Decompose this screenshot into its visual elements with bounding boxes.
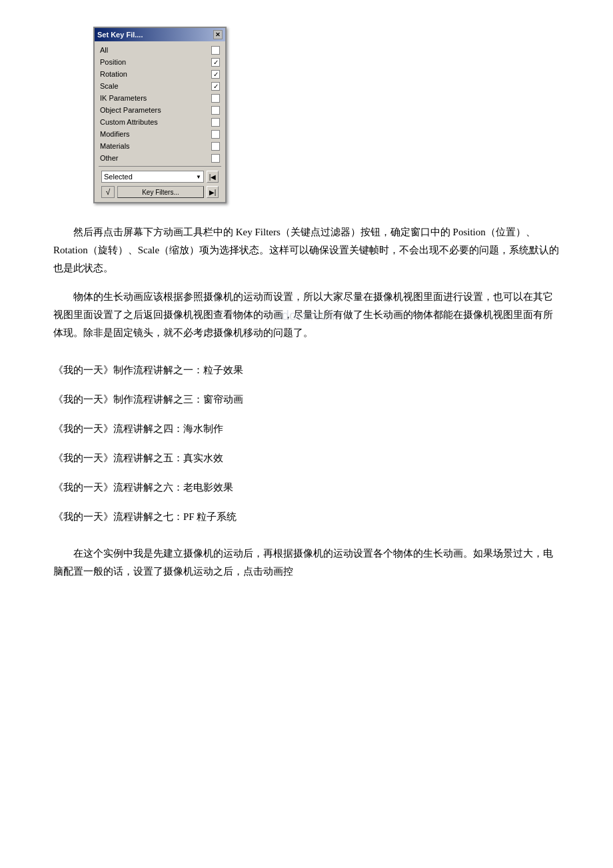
list-item: 《我的一天》流程讲解之四：海水制作 (53, 414, 560, 443)
sqrt-button[interactable]: √ (101, 186, 115, 198)
dialog-title: Set Key Fil.... (97, 31, 143, 39)
dropdown-arrow-icon: ▼ (196, 174, 201, 180)
dialog-row-rotation: Rotation (99, 68, 221, 80)
list-item: 《我的一天》流程讲解之七：PF 粒子系统 (53, 502, 560, 531)
dialog-row-ik: IK Parameters (99, 92, 221, 104)
dialog-row-other: Other (99, 152, 221, 164)
dialog-row-position: Position (99, 56, 221, 68)
dialog-bottom-row1: Selected ▼ |◀ (99, 169, 221, 185)
checkbox-custom-attrs[interactable] (211, 118, 220, 127)
label-all: All (100, 46, 209, 54)
checkbox-object-params[interactable] (211, 106, 220, 115)
paragraph-1: 然后再点击屏幕下方动画工具栏中的 Key Filters（关键点过滤器）按钮，确… (53, 223, 560, 277)
label-object-params: Object Parameters (100, 106, 209, 114)
checkbox-ik[interactable] (211, 94, 220, 103)
dialog-row-all: All (99, 44, 221, 56)
dialog-row-materials: Materials (99, 140, 221, 152)
dialog-body: All Position Rotation Scale (95, 41, 225, 202)
checkbox-modifiers[interactable] (211, 130, 220, 139)
nav-next-icon: ▶| (209, 189, 217, 196)
label-custom-attrs: Custom Attributes (100, 118, 209, 126)
bottom-paragraph: 在这个实例中我是先建立摄像机的运动后，再根据摄像机的运动设置各个物体的生长动画。… (53, 545, 560, 581)
key-filters-button[interactable]: Key Filters... (117, 186, 204, 198)
list-item: 《我的一天》流程讲解之五：真实水效 (53, 443, 560, 473)
list-item: 《我的一天》流程讲解之六：老电影效果 (53, 473, 560, 502)
dialog-row-custom-attrs: Custom Attributes (99, 116, 221, 128)
list-item: 《我的一天》制作流程讲解之三：窗帘动画 (53, 385, 560, 414)
checkbox-scale[interactable] (211, 82, 220, 91)
label-other: Other (100, 154, 209, 162)
dialog-row-modifiers: Modifiers (99, 128, 221, 140)
paragraph-2: 物体的生长动画应该根据参照摄像机的运动而设置，所以大家尽量在摄像机视图里面进行设… (53, 288, 560, 342)
page-content: Set Key Fil.... ✕ All Position Rotation (53, 27, 560, 581)
dropdown-value: Selected (104, 173, 133, 181)
nav-prev-icon: |◀ (209, 173, 217, 181)
checkbox-other[interactable] (211, 154, 220, 163)
list-item: 《我的一天》制作流程讲解之一：粒子效果 (53, 355, 560, 385)
nav-next-button[interactable]: ▶| (207, 186, 219, 198)
label-ik: IK Parameters (100, 94, 209, 102)
checkbox-position[interactable] (211, 58, 220, 67)
checkbox-rotation[interactable] (211, 70, 220, 79)
selected-dropdown[interactable]: Selected ▼ (101, 171, 204, 183)
dialog-container: Set Key Fil.... ✕ All Position Rotation (53, 27, 560, 203)
checkbox-all[interactable] (211, 46, 220, 55)
label-modifiers: Modifiers (100, 130, 209, 138)
set-key-filter-dialog: Set Key Fil.... ✕ All Position Rotation (93, 27, 227, 203)
nav-prev-button[interactable]: |◀ (207, 171, 219, 183)
dialog-bottom-row2: √ Key Filters... ▶| (99, 185, 221, 199)
dialog-row-object-params: Object Parameters (99, 104, 221, 116)
dialog-separator (99, 166, 221, 167)
dialog-close-button[interactable]: ✕ (213, 30, 223, 39)
checkbox-materials[interactable] (211, 142, 220, 151)
paragraph-2-container: 物体的生长动画应该根据参照摄像机的运动而设置，所以大家尽量在摄像机视图里面进行设… (53, 288, 560, 342)
dialog-titlebar: Set Key Fil.... ✕ (95, 28, 225, 41)
dialog-row-scale: Scale (99, 80, 221, 92)
label-materials: Materials (100, 142, 209, 150)
label-scale: Scale (100, 82, 209, 90)
label-rotation: Rotation (100, 70, 209, 78)
label-position: Position (100, 58, 209, 66)
list-section: 《我的一天》制作流程讲解之一：粒子效果 《我的一天》制作流程讲解之三：窗帘动画 … (53, 355, 560, 531)
